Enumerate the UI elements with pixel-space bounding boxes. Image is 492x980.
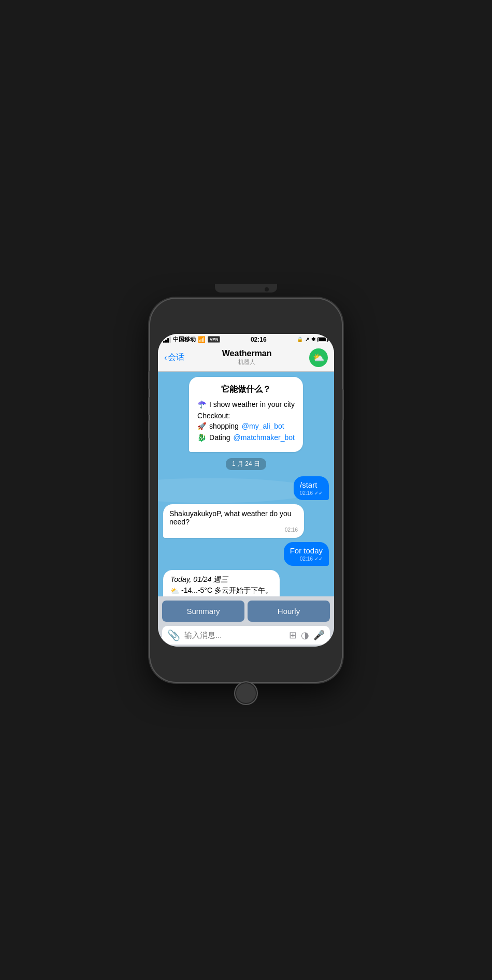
keyboard-area: Summary Hourly 📎 ⊞ ◑ 🎤	[158, 596, 334, 647]
link2-handle[interactable]: @matchmaker_bot	[233, 433, 294, 442]
chat-title: Weatherman	[184, 349, 309, 358]
status-time: 02:16	[251, 336, 267, 343]
message-start: /start 02:16 ✓✓	[294, 476, 329, 500]
bubble-meta: 02:16 ✓✓	[300, 490, 323, 496]
battery-icon	[317, 337, 329, 342]
intro-link2-text: Dating	[209, 433, 230, 442]
avatar-emoji: ⛅	[313, 352, 324, 363]
sticker-icon[interactable]: ⊞	[289, 630, 297, 641]
chevron-left-icon: ‹	[164, 353, 167, 362]
intro-title: 它能做什么？	[197, 384, 295, 395]
home-button[interactable]	[234, 681, 258, 705]
nav-bar: ‹ 会话 Weatherman 机器人 ⛅	[158, 345, 334, 372]
umbrella-emoji: ☂️	[197, 400, 206, 408]
input-bar: 📎 ⊞ ◑ 🎤	[162, 626, 330, 645]
time-label: 02:16	[285, 527, 298, 533]
bubble-meta: 02:16 ✓✓	[290, 556, 323, 562]
cloud-sun-emoji: ⛅	[170, 587, 179, 595]
weather-bubble: Today, 01/24 週三 ⛅ -14...-5°C 多云开始于下午。 No…	[163, 570, 280, 596]
bluetooth-icon: ✱	[311, 337, 315, 342]
chat-subtitle: 机器人	[184, 358, 309, 366]
incoming-text: ShakuyakukyoP, what weather do you need?	[169, 509, 292, 526]
dragon-emoji: 🐉	[197, 433, 206, 442]
carrier-label: 中国移动	[173, 335, 196, 343]
summary-button[interactable]: Summary	[162, 601, 244, 622]
attach-icon[interactable]: 📎	[167, 629, 180, 641]
emoji-icon[interactable]: ◑	[301, 630, 309, 641]
weather-temp: ⛅ -14...-5°C 多云开始于下午。	[170, 586, 272, 595]
hourly-button[interactable]: Hourly	[248, 601, 330, 622]
intro-link2: 🐉 Dating @matchmaker_bot	[197, 433, 295, 442]
date-divider: 1 月 24 日	[163, 458, 329, 470]
intro-line1: ☂️ I show weather in your city	[197, 400, 295, 408]
intro-bubble: 它能做什么？ ☂️ I show weather in your city Ch…	[189, 377, 303, 452]
bubble-in-meta: 02:16	[169, 527, 298, 533]
message-for-today: For today 02:16 ✓✓	[284, 542, 329, 566]
temp-range-text: -14...-5°C 多云开始于下午。	[181, 586, 272, 595]
back-label: 会话	[168, 352, 184, 363]
location-icon: ↗	[305, 337, 309, 342]
wifi-icon: 📶	[198, 336, 206, 343]
lock-icon: 🔒	[297, 337, 303, 342]
link1-handle[interactable]: @my_ali_bot	[242, 422, 284, 430]
phone-screen: 中国移动 📶 VPN 02:16 🔒 ↗ ✱ ‹ 会话	[158, 334, 334, 647]
date-label: 1 月 24 日	[226, 458, 266, 470]
rocket-emoji: 🚀	[197, 422, 206, 430]
start-text: /start	[300, 480, 317, 489]
for-today-text: For today	[290, 546, 323, 555]
chat-area: 它能做什么？ ☂️ I show weather in your city Ch…	[158, 372, 334, 596]
phone-frame: 中国移动 📶 VPN 02:16 🔒 ↗ ✱ ‹ 会话	[150, 299, 342, 682]
input-icons: ⊞ ◑ 🎤	[289, 630, 325, 641]
read-ticks: ✓✓	[314, 490, 323, 496]
message-input[interactable]	[184, 631, 285, 639]
read-ticks: ✓✓	[314, 556, 323, 562]
time-label: 02:16	[300, 556, 313, 562]
bot-avatar[interactable]: ⛅	[309, 348, 328, 367]
intro-checkout: Checkout:	[197, 412, 295, 420]
camera	[265, 287, 269, 291]
intro-line1-text: I show weather in your city	[209, 400, 295, 408]
back-button[interactable]: ‹ 会话	[164, 352, 184, 363]
vpn-badge: VPN	[208, 336, 220, 343]
status-right: 🔒 ↗ ✱	[297, 337, 329, 342]
action-buttons: Summary Hourly	[162, 601, 330, 622]
weather-date: Today, 01/24 週三	[170, 575, 272, 584]
mic-icon[interactable]: 🎤	[313, 630, 325, 641]
nav-title: Weatherman 机器人	[184, 349, 309, 366]
status-left: 中国移动 📶 VPN	[163, 335, 220, 343]
signal-icon	[163, 337, 171, 343]
message-what-weather: ShakuyakukyoP, what weather do you need?…	[163, 504, 304, 538]
status-bar: 中国移动 📶 VPN 02:16 🔒 ↗ ✱	[158, 334, 334, 345]
time-label: 02:16	[300, 490, 313, 496]
intro-link1: 🚀 shopping @my_ali_bot	[197, 422, 295, 430]
intro-link1-text: shopping	[209, 422, 239, 430]
